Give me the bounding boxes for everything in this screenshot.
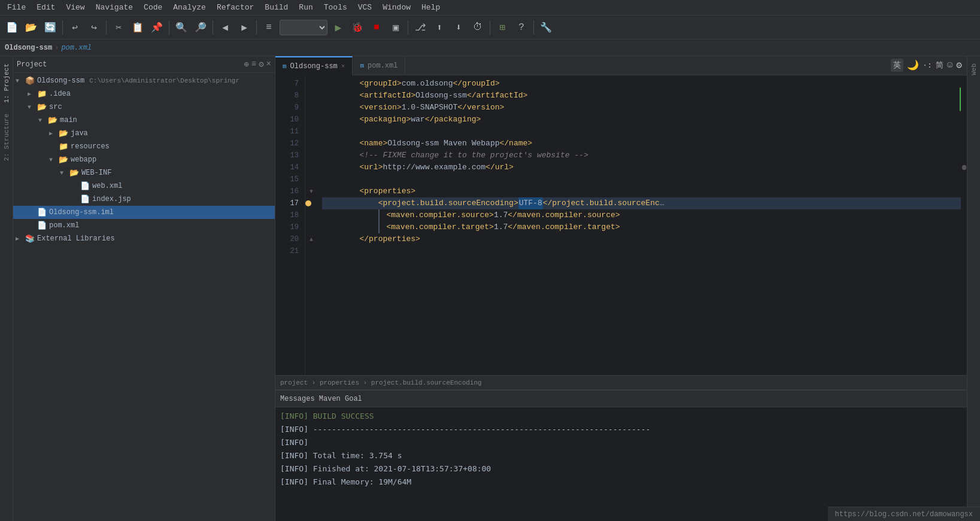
right-tab-web[interactable]: Web <box>969 59 979 80</box>
build-list-button[interactable]: ≡ <box>260 19 277 36</box>
tree-main-folder[interactable]: ▼ 📂 main <box>13 114 275 127</box>
src-label: src <box>49 103 62 111</box>
locate-icon[interactable]: ⊕ <box>244 59 248 69</box>
menu-run[interactable]: Run <box>294 2 317 13</box>
root-label: Oldsong-ssm <box>37 77 84 85</box>
right-sidebar: Web <box>967 56 980 521</box>
menu-window[interactable]: Window <box>378 2 415 13</box>
panel-header-icons: ⊕ ≡ ⚙ × <box>244 59 271 69</box>
menu-tools[interactable]: Tools <box>319 2 352 13</box>
back-button[interactable]: ◀ <box>217 19 233 36</box>
pomxml-label: pom.xml <box>49 221 79 230</box>
stop-button[interactable]: ■ <box>368 19 385 36</box>
tree-webxml-file[interactable]: 📄 web.xml <box>13 179 275 193</box>
extlibs-icon: 📚 <box>25 234 35 243</box>
scrollbar-thumb[interactable] <box>962 165 966 170</box>
tab-close-1[interactable]: × <box>341 63 345 70</box>
menu-analyze[interactable]: Analyze <box>168 2 211 13</box>
cut-button[interactable]: ✂ <box>110 19 127 36</box>
tree-idea-folder[interactable]: ▶ 📁 .idea <box>13 87 275 100</box>
tree-src-folder[interactable]: ▼ 📂 src <box>13 100 275 114</box>
build-artifacts-button[interactable]: 🔧 <box>538 19 554 36</box>
paste-button[interactable]: 📌 <box>148 19 165 36</box>
undo-button[interactable]: ↩ <box>66 19 83 36</box>
code-area[interactable]: <groupId>com.oldsong</groupId> <artifact… <box>317 75 967 375</box>
ime-settings[interactable]: ⚙ <box>956 59 962 71</box>
ime-moon[interactable]: 🌙 <box>907 59 919 71</box>
tree-indexjsp-file[interactable]: 📄 index.jsp <box>13 193 275 206</box>
code-line-15 <box>322 173 962 185</box>
extlibs-arrow: ▶ <box>16 235 23 242</box>
commit-button[interactable]: ⬇ <box>450 19 467 36</box>
line-num-13: 13 <box>275 150 305 162</box>
tree-webinf-folder[interactable]: ▼ 📂 WEB-INF <box>13 166 275 179</box>
tree-extlibs-folder[interactable]: ▶ 📚 External Libraries <box>13 232 275 245</box>
menu-view[interactable]: View <box>61 2 89 13</box>
help-button[interactable]: ? <box>513 19 530 36</box>
breadcrumb-file[interactable]: pom.xml <box>61 44 91 52</box>
coverage-button[interactable]: ▣ <box>387 19 404 36</box>
copy-button[interactable]: 📋 <box>129 19 146 36</box>
find-button[interactable]: 🔍 <box>173 19 190 36</box>
tree-webapp-folder[interactable]: ▼ 📂 webapp <box>13 153 275 166</box>
expand-icon[interactable]: ≡ <box>251 59 256 69</box>
ime-smile[interactable]: ☺ <box>947 60 953 71</box>
breadcrumb-project[interactable]: Oldsong-ssm <box>5 44 52 52</box>
tree-pomxml-file[interactable]: 📄 pom.xml <box>13 219 275 232</box>
history-button[interactable]: ⏱ <box>469 19 486 36</box>
project-tab[interactable]: 1: Project <box>2 59 11 108</box>
menu-refactor[interactable]: Refactor <box>212 2 259 13</box>
structure-tab[interactable]: 2: Structure <box>2 109 11 166</box>
fold-icon-16[interactable]: ▼ <box>310 188 313 195</box>
idea-arrow: ▶ <box>28 90 35 98</box>
code-line-13: <!-- FIXME change it to the project's we… <box>322 150 962 162</box>
tab-oldsong-ssm[interactable]: m Oldsong-ssm × <box>275 56 353 75</box>
webapp-label: webapp <box>71 156 96 164</box>
menu-vcs[interactable]: VCS <box>353 2 377 13</box>
tree-java-folder[interactable]: ▶ 📂 java <box>13 127 275 140</box>
redo-button[interactable]: ↪ <box>86 19 102 36</box>
tree-iml-file[interactable]: 📄 Oldsong-ssm.iml <box>13 206 275 219</box>
gear-icon[interactable]: ⚙ <box>259 59 263 69</box>
bottom-panel-content: [INFO] BUILD SUCCESS [INFO] ------------… <box>275 407 967 521</box>
toolbar-sep-3 <box>169 20 169 35</box>
ime-dots[interactable]: ·: <box>923 61 932 70</box>
editor-area[interactable]: 7 8 9 10 11 12 13 14 15 16 17 18 19 20 2… <box>275 75 967 375</box>
open-button[interactable]: 📂 <box>23 19 40 36</box>
tree-root[interactable]: ▼ 📦 Oldsong-ssm C:\Users\Administrator\D… <box>13 74 275 87</box>
new-file-button[interactable]: 📄 <box>4 19 20 36</box>
editor-scrollbar[interactable] <box>961 75 967 375</box>
tab-label-2: pom.xml <box>368 62 398 70</box>
iml-label: Oldsong-ssm.iml <box>49 208 114 217</box>
java-icon: 📂 <box>59 129 68 138</box>
tree-resources-folder[interactable]: 📁 resources <box>13 140 275 153</box>
java-label: java <box>71 129 88 138</box>
code-line-18: <maven.compiler.source>1.7</maven.compil… <box>322 209 962 221</box>
update-button[interactable]: ⬆ <box>431 19 448 36</box>
run-button[interactable]: ▶ <box>330 19 347 36</box>
ime-english[interactable]: 英 <box>891 59 903 72</box>
vcs-button[interactable]: ⎇ <box>412 19 429 36</box>
editor-tabs: m Oldsong-ssm × m pom.xml <box>275 56 967 75</box>
ime-chinese[interactable]: 简 <box>936 60 943 71</box>
menu-build[interactable]: Build <box>260 2 293 13</box>
forward-button[interactable]: ▶ <box>236 19 253 36</box>
terminal-button[interactable]: ⊞ <box>494 19 511 36</box>
src-icon: 📂 <box>37 102 47 112</box>
java-arrow: ▶ <box>49 130 56 137</box>
sync-button[interactable]: 🔄 <box>42 19 59 36</box>
configuration-dropdown[interactable] <box>280 20 327 35</box>
replace-button[interactable]: 🔎 <box>192 19 209 36</box>
menu-code[interactable]: Code <box>139 2 167 13</box>
project-panel: Project ⊕ ≡ ⚙ × ▼ 📦 Oldsong-ssm C:\Users… <box>13 56 275 521</box>
menu-file[interactable]: File <box>2 2 31 13</box>
code-line-12: <name>Oldsong-ssm Maven Webapp</name> <box>322 138 962 150</box>
tab-pom-xml[interactable]: m pom.xml <box>353 56 405 75</box>
close-panel-icon[interactable]: × <box>266 59 271 69</box>
fold-icon-20[interactable]: ▲ <box>310 236 313 243</box>
menu-edit[interactable]: Edit <box>32 2 60 13</box>
webinf-arrow: ▼ <box>60 170 67 176</box>
menu-help[interactable]: Help <box>417 2 445 13</box>
menu-navigate[interactable]: Navigate <box>91 2 138 13</box>
debug-button[interactable]: 🐞 <box>349 19 366 36</box>
